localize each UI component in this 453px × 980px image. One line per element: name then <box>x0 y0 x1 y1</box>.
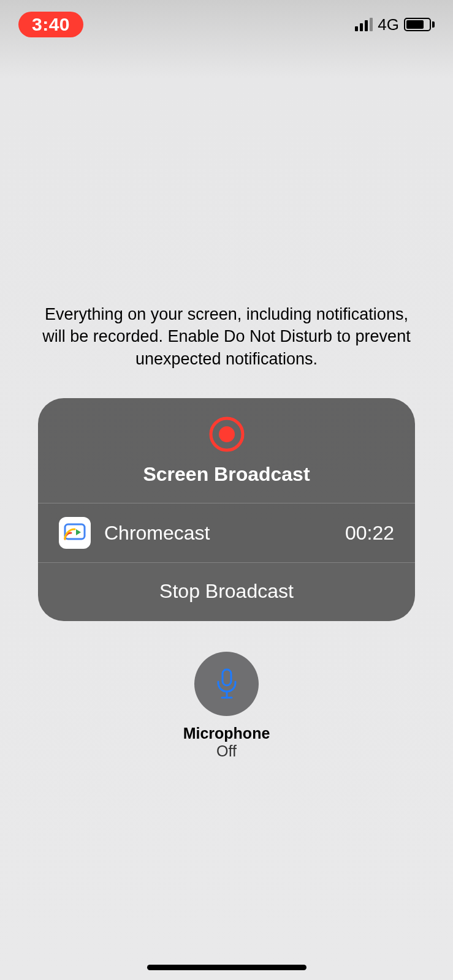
microphone-section: Microphone Off <box>0 652 453 760</box>
home-indicator[interactable] <box>147 965 306 970</box>
cellular-signal-icon <box>355 18 373 31</box>
record-icon <box>209 417 245 452</box>
recording-time-pill[interactable]: 3:40 <box>18 12 83 37</box>
status-right: 4G <box>355 15 435 34</box>
recording-info-text: Everything on your screen, including not… <box>0 303 453 370</box>
microphone-icon <box>213 667 240 701</box>
status-bar: 3:40 4G <box>0 0 453 49</box>
stop-broadcast-button[interactable]: Stop Broadcast <box>38 563 415 621</box>
microphone-toggle-button[interactable] <box>194 652 259 716</box>
microphone-state: Off <box>216 742 237 760</box>
screen-broadcast-panel: Screen Broadcast Chromecast 00:22 Stop B… <box>38 398 415 621</box>
broadcast-target-row[interactable]: Chromecast 00:22 <box>38 503 415 563</box>
broadcast-elapsed-time: 00:22 <box>345 522 394 545</box>
svg-marker-3 <box>76 529 81 535</box>
svg-point-1 <box>219 426 235 442</box>
microphone-label: Microphone <box>183 725 270 742</box>
broadcast-target-name: Chromecast <box>104 522 210 545</box>
panel-header: Screen Broadcast <box>38 398 415 503</box>
panel-title: Screen Broadcast <box>143 463 310 486</box>
network-type: 4G <box>378 15 399 34</box>
svg-rect-4 <box>223 669 231 685</box>
chromecast-app-icon <box>59 517 91 549</box>
battery-icon <box>404 18 435 31</box>
